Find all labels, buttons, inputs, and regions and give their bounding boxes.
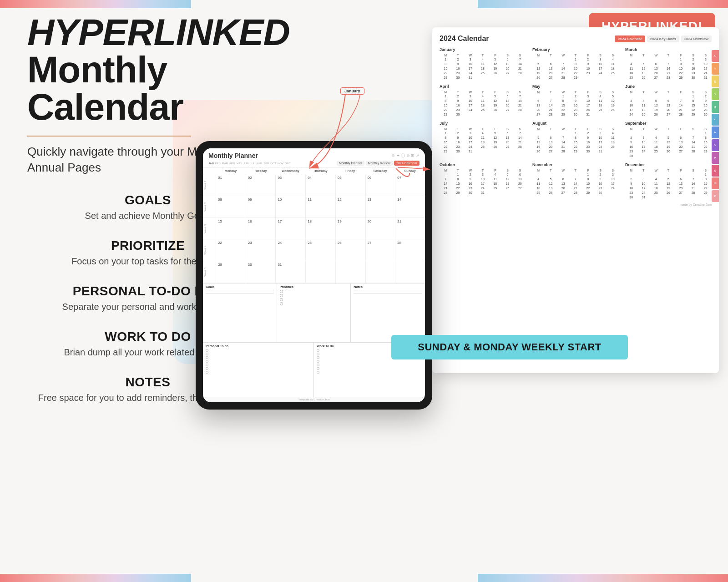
work-todo-circle6[interactable] — [317, 367, 319, 370]
annual-day-cell: 16 — [700, 103, 712, 107]
annual-day-cell: 19 — [489, 103, 501, 107]
personal-todo-circle6[interactable] — [206, 367, 208, 370]
day-18: 18 — [305, 218, 335, 239]
annual-day-cell: 12 — [501, 177, 513, 181]
month-tab-may[interactable]: MAY — [236, 162, 242, 165]
side-tab-apr[interactable]: A — [712, 88, 719, 100]
annual-day-cell: 28 — [545, 112, 556, 116]
annual-day-cell: 16 — [452, 140, 464, 144]
work-todo-circle2[interactable] — [317, 353, 319, 355]
annual-day-cell: 14 — [687, 140, 699, 144]
side-tab-may[interactable]: M — [712, 101, 719, 113]
annual-day-cell: 6 — [501, 57, 513, 61]
annual-nav-btn-keydates[interactable]: 2024 Key Dates — [647, 35, 679, 42]
annual-month-title-1: February — [532, 47, 619, 52]
priority-item2 — [280, 294, 348, 297]
month-tab-dec[interactable]: DEC — [285, 162, 291, 165]
annual-day-cell: 10 — [637, 182, 649, 186]
annual-day-header-cell: W — [650, 127, 662, 131]
month-tab-mar[interactable]: MAR — [222, 162, 228, 165]
work-todo-circle3[interactable] — [317, 356, 319, 359]
month-tab-apr[interactable]: APR — [229, 162, 235, 165]
tablet-btn-2024-calendar[interactable]: 2024 Calendar — [394, 161, 420, 166]
priority-checkbox4[interactable] — [280, 302, 283, 305]
month-tab-aug[interactable]: AUG — [256, 162, 262, 165]
side-tab-feb[interactable]: F — [712, 63, 719, 75]
annual-day-cell: 2 — [452, 94, 464, 98]
annual-day-header-cell: M — [532, 169, 544, 172]
tablet-btn-monthly-planner[interactable]: Monthly Planner — [337, 161, 364, 166]
annual-day-cell: 10 — [700, 62, 712, 66]
day-05: 05 — [335, 174, 365, 196]
personal-todo-circle1[interactable] — [206, 349, 208, 352]
priority-checkbox2[interactable] — [280, 294, 283, 297]
annual-month-title-0: January — [440, 47, 526, 52]
annual-day-cell: 27 — [501, 145, 513, 149]
annual-day-cell: 24 — [465, 145, 476, 149]
annual-day-cell: 6 — [501, 131, 513, 135]
annual-day-cell: 2 — [570, 94, 581, 98]
side-tab-aug[interactable]: A — [712, 139, 719, 151]
side-tab-dec[interactable]: D — [712, 190, 719, 202]
side-tab-jun[interactable]: J — [712, 114, 719, 126]
work-todo-circle5[interactable] — [317, 364, 319, 366]
annual-day-header-cell: M — [625, 91, 637, 94]
side-tab-nov[interactable]: N — [712, 177, 719, 189]
month-tab-jan[interactable]: JAN — [208, 162, 214, 165]
annual-nav-btn-overview[interactable]: 2024 Overview — [681, 35, 712, 42]
side-tab-mar[interactable]: M — [712, 76, 719, 87]
month-tab-jul[interactable]: JUL — [250, 162, 255, 165]
annual-day-cell: 13 — [557, 182, 569, 186]
annual-day-cell: 24 — [625, 112, 637, 116]
month-tab-oct[interactable]: OCT — [270, 162, 276, 165]
personal-todo-circle7[interactable] — [206, 371, 208, 374]
month-tab-feb[interactable]: FEB — [215, 162, 221, 165]
annual-day-cell: 30 — [687, 76, 699, 80]
tablet-wrapper: Monthly Planner ⊕ ✦ ⓘ ⊕ ⊞ ↗ JAN FEB MAR … — [196, 141, 432, 410]
side-tab-oct[interactable]: O — [712, 165, 719, 177]
annual-nav-btn-calendar[interactable]: 2024 Calendar — [615, 35, 645, 42]
month-tab-nov[interactable]: NOV — [278, 162, 283, 165]
annual-day-cell: 5 — [545, 177, 556, 181]
annual-day-header-cell: M — [532, 127, 544, 131]
month-tab-jun[interactable]: JUN — [243, 162, 249, 165]
day-19: 19 — [335, 218, 365, 239]
annual-day-cell: 1 — [700, 131, 712, 135]
annual-month-grid-11: MTWTFSS123456789101112131415161718192021… — [625, 169, 712, 199]
notes-line1 — [354, 290, 422, 290]
annual-day-header-cell: S — [687, 127, 699, 131]
annual-day-cell: 6 — [650, 62, 662, 66]
annual-day-cell: 3 — [637, 136, 649, 140]
side-tab-sep[interactable]: S — [712, 152, 719, 164]
tablet-btn-monthly-review[interactable]: Monthly Review — [366, 161, 393, 166]
work-todo-circle7[interactable] — [317, 371, 319, 374]
annual-day-cell: 31 — [465, 76, 476, 80]
annual-day-cell: 6 — [662, 99, 674, 103]
calendar-header-row: Monday Tuesday Wednesday Thursday Friday… — [203, 168, 425, 174]
personal-todo-circle4[interactable] — [206, 360, 208, 363]
personal-todo-circle2[interactable] — [206, 353, 208, 355]
work-todo-circle4[interactable] — [317, 360, 319, 363]
side-tab-jul[interactable]: J — [712, 127, 719, 138]
priority-checkbox1[interactable] — [280, 290, 283, 293]
annual-day-header-cell: W — [557, 127, 569, 131]
side-tab-jan[interactable]: J — [712, 50, 719, 62]
title-line1: HYPERLINKED — [27, 14, 268, 51]
week2-label: Week 2 — [203, 196, 216, 218]
annual-day-cell: 15 — [700, 140, 712, 144]
annual-day-cell: 1 — [570, 131, 581, 135]
annual-day-header-cell: T — [570, 54, 581, 57]
annual-day-header-cell: S — [700, 91, 712, 94]
annual-day-cell: 17 — [465, 66, 476, 71]
annual-day-cell: 17 — [477, 182, 489, 186]
annual-day-cell: 15 — [440, 103, 451, 107]
annual-day-cell: 20 — [501, 140, 513, 144]
annual-day-header-cell: S — [687, 91, 699, 94]
personal-todo-circle5[interactable] — [206, 364, 208, 366]
personal-todo-circle3[interactable] — [206, 356, 208, 359]
annual-day-cell: 8 — [557, 99, 569, 103]
annual-day-header-cell: T — [637, 91, 649, 94]
work-todo-circle1[interactable] — [317, 349, 319, 352]
month-tab-sep[interactable]: SEP — [263, 162, 269, 165]
priority-checkbox3[interactable] — [280, 298, 283, 301]
